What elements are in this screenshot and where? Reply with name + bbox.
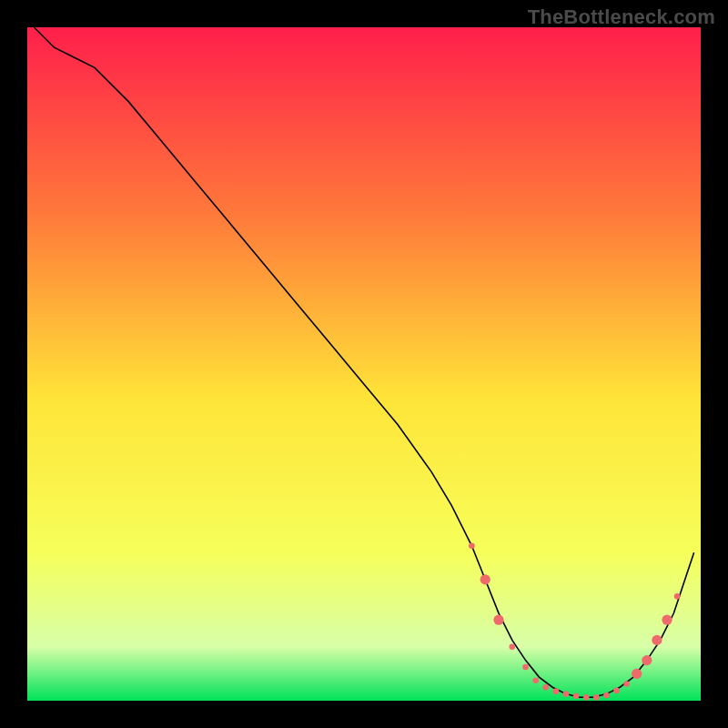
chart-svg	[27, 27, 701, 701]
marker-dot	[642, 655, 652, 665]
marker-dot	[652, 635, 662, 645]
marker-dot	[563, 691, 570, 697]
marker-dot	[593, 694, 600, 701]
marker-dot	[623, 681, 630, 687]
marker-dot	[469, 543, 475, 550]
marker-dot	[510, 644, 516, 651]
marker-dot	[613, 688, 620, 694]
marker-dot	[543, 684, 550, 691]
marker-dot	[632, 669, 642, 679]
marker-dot	[493, 615, 503, 625]
marker-dot	[573, 693, 580, 700]
chart-frame: TheBottleneck.com	[0, 0, 728, 728]
marker-dot	[553, 688, 560, 694]
marker-dot	[674, 593, 681, 600]
marker-dot	[603, 693, 610, 699]
marker-dot	[583, 694, 590, 701]
gradient-bg	[27, 27, 701, 701]
marker-dot	[532, 678, 539, 684]
marker-dot	[662, 615, 672, 625]
watermark-text: TheBottleneck.com	[528, 5, 715, 29]
marker-dot	[522, 664, 529, 671]
plot-area	[27, 27, 701, 701]
marker-dot	[480, 574, 490, 584]
